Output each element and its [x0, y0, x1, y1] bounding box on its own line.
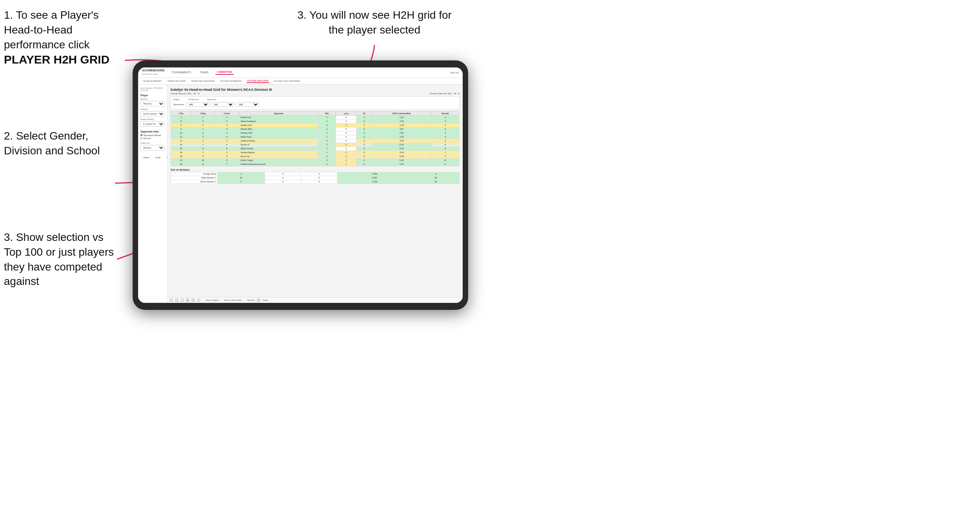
- out-of-division-table: Foreign Team 1 0 0 4.500 2 NAIA Division…: [170, 172, 460, 184]
- region-filter: Region: [173, 98, 180, 101]
- instruction-text-1: 1. To see a Player's Head-to-Head perfor…: [4, 9, 99, 51]
- opponents-select[interactable]: (All): [186, 102, 209, 107]
- redo-icon[interactable]: ↪: [175, 299, 178, 302]
- refresh-icon[interactable]: ↺: [192, 299, 195, 302]
- player-rank-label: Player (Rank): [140, 118, 165, 120]
- back-icon[interactable]: ‹: [181, 299, 184, 302]
- table-row: 20 11 7 Federica Domecq Lacroze 2 1 0 1.…: [171, 162, 460, 166]
- gender-select[interactable]: Women's Men's: [140, 101, 165, 106]
- table-row: 6 3 3 Sydney Kuo 0 1 0 -1.00 4: [171, 123, 460, 127]
- out-of-division-title: Out of division: [170, 168, 460, 171]
- out-div-row: NCAA Division 2 5 0 0 7.400 10: [171, 180, 460, 184]
- table-row: 10 6 3 Andrea York 2 0 0 4.00 4: [171, 131, 460, 135]
- division-select[interactable]: NCAA Division III NCAA Division I NCAA D…: [140, 111, 165, 117]
- table-row: 13 1 1 Jessica Huang 0 0 0 -3.00 2: [171, 139, 460, 143]
- color-legend: Down Level Up: [140, 156, 165, 159]
- tablet-frame: SCOREBOARD Powered by clippd TOURNAMENTS…: [133, 60, 468, 310]
- filter-section: Region Conference Opponent Opponents: (A…: [170, 96, 460, 110]
- clock-icon[interactable]: ○: [197, 299, 200, 302]
- th-div: # Div: [171, 111, 192, 115]
- opponent-filter: Opponent: [207, 98, 216, 101]
- nav-sign-out[interactable]: Sign out: [450, 71, 459, 74]
- out-div-row: NAIA Division 1 15 0 0 9.267 30: [171, 176, 460, 180]
- subnav-team-h2h-grid[interactable]: TEAM H2H GRID: [167, 80, 186, 83]
- player-section-title: Player: [140, 94, 165, 97]
- out-div-row: Foreign Team 1 0 0 4.500 2: [171, 172, 460, 176]
- radio-dot-2: [140, 137, 142, 139]
- brand-logo: SCOREBOARD Powered by clippd: [142, 69, 165, 76]
- radio-top-100[interactable]: Top 100: [140, 137, 165, 140]
- table-row: 5 2 2 Alexis Sudijanto 1 0 0 4.00 3: [171, 119, 460, 123]
- subnav-player-summary[interactable]: PLAYER SUMMARY: [219, 80, 242, 83]
- table-row: 3 1 1 Esther Lee 1 0 0 1.50 4: [171, 115, 460, 119]
- th-loss: Loss: [336, 111, 357, 115]
- th-win: Win: [318, 111, 336, 115]
- subnav-team-h2h-heatmap[interactable]: TEAM H2H HEATMAP: [190, 80, 216, 83]
- nav-teams[interactable]: TEAMS: [198, 70, 210, 74]
- colour-by-select[interactable]: Win/loss: [140, 145, 165, 150]
- nav-bar: SCOREBOARD Powered by clippd TOURNAMENTS…: [138, 67, 463, 78]
- filter-row: Region Conference Opponent: [173, 98, 457, 101]
- instruction-mid-text: 2. Select Gender, Division and School: [4, 130, 100, 157]
- export-icon[interactable]: ⬇: [257, 299, 260, 302]
- view-original-label[interactable]: View: Original: [205, 299, 218, 301]
- table-row: 18 2 2 Euna Lee 0 1 0 -5.00 2: [171, 154, 460, 158]
- share-label[interactable]: Share: [263, 299, 268, 301]
- th-tie: Tie: [357, 111, 372, 115]
- radio-opponents-played[interactable]: Opponents Played: [140, 134, 165, 136]
- table-row: 19 10 6 Emily Chang 4 1 0 0.30 11: [171, 158, 460, 162]
- watch-label[interactable]: Watch ▾: [247, 299, 255, 301]
- th-opponent: Opponent: [239, 111, 318, 115]
- sub-nav: TEAM SUMMARY TEAM H2H GRID TEAM H2H HEAT…: [138, 78, 463, 85]
- table-row: 9 1 4 Sharon Mun 1 0 0 3.67 3: [171, 127, 460, 131]
- opponents-filter-row: Opponents: (All) (All) (All): [173, 102, 457, 107]
- undo-icon[interactable]: ↩: [170, 299, 173, 302]
- instruction-text-right: 3. You will now see H2H grid for the pla…: [297, 9, 451, 36]
- data-icon[interactable]: ⊞: [186, 299, 189, 302]
- record-row: Overall Record: 353 - 34 - 6 Division Re…: [170, 92, 460, 95]
- nav-tournaments[interactable]: TOURNAMENTS: [170, 70, 193, 74]
- report-title: Katelyn Vo Head-to-Head Grid for Women's…: [170, 88, 460, 92]
- opponent-view-radio-group: Opponents Played Top 100: [140, 134, 165, 140]
- th-reg: # Reg: [192, 111, 214, 115]
- instruction-bottom-left: 3. Show selection vs Top 100 or just pla…: [4, 230, 121, 289]
- sidebar: Last Updated: 27/03/2024 16:55:38 Player…: [138, 85, 167, 303]
- subnav-team-summary[interactable]: TEAM SUMMARY: [142, 80, 163, 83]
- conference-select[interactable]: (All): [211, 102, 234, 107]
- instruction-mid-left: 2. Select Gender, Division and School: [4, 129, 117, 158]
- colour-by-label: Colour by: [140, 142, 165, 144]
- save-custom-view[interactable]: Save Custom View: [224, 299, 242, 301]
- conference-filter: Conference: [188, 98, 199, 101]
- subnav-player-h2h-heatmap[interactable]: PLAYER H2H HEATMAP: [273, 80, 301, 83]
- subnav-player-h2h-grid[interactable]: PLAYER H2H GRID: [247, 79, 269, 83]
- instruction-top-left: 1. To see a Player's Head-to-Head perfor…: [4, 8, 125, 68]
- th-diff: Diff Av Strokes/Rnd: [372, 111, 431, 115]
- instruction-top-right: 3. You will now see H2H grid for the pla…: [296, 8, 453, 37]
- th-rounds: Rounds: [431, 111, 459, 115]
- table-row: 16 1 3 Jessica Mason 1 2 0 -0.94 7: [171, 150, 460, 154]
- instruction-bottom-text: 3. Show selection vs Top 100 or just pla…: [4, 231, 114, 287]
- main-area: Katelyn Vo Head-to-Head Grid for Women's…: [167, 85, 463, 303]
- main-content: Last Updated: 27/03/2024 16:55:38 Player…: [138, 85, 463, 303]
- table-row: 15 8 5 Stella Cheng 1 0 0 3.25 4: [171, 147, 460, 150]
- timestamp: Last Updated: 27/03/2024 16:55:38: [140, 87, 165, 92]
- player-rank-select[interactable]: 8. Katelyn Vo: [140, 121, 165, 127]
- gender-label: Gender: [140, 98, 165, 100]
- opponent-view-title: Opponent view: [140, 130, 165, 133]
- division-label: Division: [140, 108, 165, 110]
- th-conf: # Conf: [214, 111, 239, 115]
- table-row: 14 7 4 Eunice Yi 2 2 0 0.38 9: [171, 143, 460, 147]
- radio-dot-1: [140, 134, 142, 136]
- table-row: 11 2 5 Heejo Hyun 1 0 0 3.33 3: [171, 135, 460, 139]
- tablet-screen: SCOREBOARD Powered by clippd TOURNAMENTS…: [138, 67, 463, 303]
- instruction-bold: PLAYER H2H GRID: [4, 53, 110, 66]
- bottom-toolbar: ↩ ↪ ‹ ⊞ ↺ ○ | View: Original | Save Cust…: [167, 297, 463, 303]
- nav-committee[interactable]: COMMITTEE: [215, 70, 234, 75]
- h2h-table: # Div # Reg # Conf Opponent Win Loss Tie…: [170, 111, 460, 166]
- opponent-name-select[interactable]: (All): [236, 102, 259, 107]
